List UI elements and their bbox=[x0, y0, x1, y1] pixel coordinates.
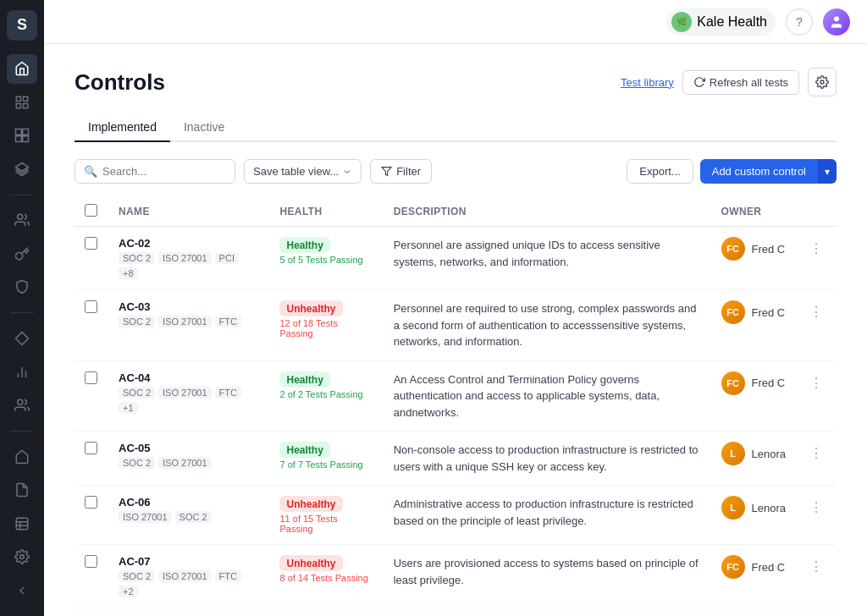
export-button[interactable]: Export... bbox=[627, 159, 693, 184]
svg-rect-4 bbox=[16, 129, 22, 135]
sidebar-item-people[interactable] bbox=[7, 390, 37, 421]
row-checkbox[interactable] bbox=[85, 555, 97, 568]
control-id: AC-05 bbox=[119, 442, 259, 454]
description-text: Non-console access to production infrast… bbox=[394, 442, 701, 475]
row-menu-button[interactable]: ⋮ bbox=[806, 371, 826, 394]
sidebar-collapse-btn[interactable] bbox=[7, 575, 37, 606]
filter-label: Filter bbox=[396, 165, 421, 178]
sidebar-item-doc[interactable] bbox=[7, 475, 37, 505]
add-control-dropdown-button[interactable]: ▾ bbox=[818, 159, 837, 184]
description-text: Personnel are assigned unique IDs to acc… bbox=[394, 237, 701, 270]
table-row: AC-05 SOC 2ISO 27001 Healthy 7 of 7 Test… bbox=[75, 432, 837, 486]
table-row: AC-03 SOC 2ISO 27001FTC Unhealthy 12 of … bbox=[75, 290, 837, 361]
owner-name: Lenora bbox=[752, 502, 786, 514]
svg-marker-22 bbox=[382, 168, 391, 176]
row-menu-button[interactable]: ⋮ bbox=[806, 237, 826, 260]
org-name: Kale Health bbox=[697, 14, 767, 30]
user-avatar[interactable] bbox=[823, 8, 850, 36]
description-cell: Users are provisioned access to systems … bbox=[384, 545, 711, 608]
description-cell: An Access Control and Termination Policy… bbox=[384, 360, 711, 432]
sidebar-item-users[interactable] bbox=[7, 206, 37, 236]
tab-inactive[interactable]: Inactive bbox=[170, 113, 238, 142]
row-actions-cell: ⋮ bbox=[796, 608, 837, 617]
org-selector[interactable]: 🌿 Kale Health bbox=[666, 8, 776, 36]
row-menu-button[interactable]: ⋮ bbox=[806, 442, 826, 465]
sidebar-item-chart[interactable] bbox=[7, 357, 37, 388]
owner-avatar: FC bbox=[721, 237, 745, 261]
control-tag: ISO 27001 bbox=[158, 252, 212, 264]
row-checkbox[interactable] bbox=[85, 237, 97, 250]
page-header: Controls Test library Refresh all tests bbox=[75, 68, 837, 96]
save-view-button[interactable]: Save table view... bbox=[244, 159, 362, 184]
tab-implemented[interactable]: Implemented bbox=[75, 113, 170, 142]
sidebar-item-reports[interactable] bbox=[7, 87, 37, 118]
control-tag: FTC bbox=[215, 387, 241, 399]
sidebar-item-shield[interactable] bbox=[7, 272, 37, 303]
test-library-button[interactable]: Test library bbox=[621, 76, 674, 89]
control-name-cell: AC-06 ISO 27001SOC 2 bbox=[108, 486, 269, 545]
app-logo[interactable]: S bbox=[7, 10, 37, 41]
save-view-label: Save table view... bbox=[253, 165, 339, 178]
sidebar-item-home2[interactable] bbox=[7, 442, 37, 472]
add-control-button[interactable]: Add custom control bbox=[700, 159, 818, 184]
sidebar-item-layers[interactable] bbox=[7, 154, 37, 184]
row-checkbox[interactable] bbox=[85, 300, 97, 313]
help-button[interactable]: ? bbox=[786, 8, 813, 36]
page-actions: Test library Refresh all tests bbox=[621, 68, 837, 96]
health-badge: Healthy bbox=[279, 442, 329, 458]
select-all-checkbox[interactable] bbox=[85, 204, 97, 217]
control-tag: +8 bbox=[119, 267, 138, 279]
description-cell: Non-console access to production infrast… bbox=[384, 432, 711, 486]
svg-rect-1 bbox=[24, 96, 28, 101]
svg-point-9 bbox=[18, 215, 23, 220]
sidebar-item-grid[interactable] bbox=[7, 121, 37, 151]
control-id: AC-07 bbox=[119, 555, 259, 568]
svg-rect-3 bbox=[24, 103, 28, 107]
row-actions-cell: ⋮ bbox=[796, 432, 837, 486]
sidebar-item-table[interactable] bbox=[7, 509, 37, 539]
health-cell: Healthy 7 of 7 Tests Passing bbox=[269, 432, 383, 486]
row-checkbox[interactable] bbox=[85, 442, 97, 454]
row-menu-button[interactable]: ⋮ bbox=[806, 300, 826, 323]
sidebar-item-diamond[interactable] bbox=[7, 323, 37, 354]
col-actions bbox=[796, 197, 837, 227]
description-cell: Upon termination or when internal person… bbox=[384, 608, 711, 617]
sidebar-item-home[interactable] bbox=[7, 54, 37, 85]
health-cell: Unhealthy 11 of 15 Tests Passing bbox=[269, 486, 383, 545]
health-label: 5 of 5 Tests Passing bbox=[279, 255, 373, 265]
owner-avatar: FC bbox=[721, 555, 745, 579]
control-tag: ISO 27001 bbox=[158, 316, 212, 327]
row-menu-button[interactable]: ⋮ bbox=[806, 496, 826, 519]
row-checkbox[interactable] bbox=[85, 496, 97, 509]
control-tags: SOC 2ISO 27001 bbox=[119, 457, 259, 469]
row-checkbox[interactable] bbox=[85, 371, 97, 384]
health-cell: Unhealthy 8 of 14 Tests Passing bbox=[269, 545, 383, 608]
health-cell: Healthy 5 of 5 Tests Passing bbox=[269, 227, 383, 290]
owner-cell: AA Alex A bbox=[711, 608, 796, 617]
search-container: 🔍 bbox=[75, 159, 235, 184]
refresh-button[interactable]: Refresh all tests bbox=[682, 70, 799, 95]
control-tag: ISO 27001 bbox=[158, 387, 212, 399]
sidebar-divider-2 bbox=[10, 312, 34, 313]
owner-avatar: FC bbox=[721, 300, 745, 324]
settings-button[interactable] bbox=[808, 68, 837, 96]
row-menu-button[interactable]: ⋮ bbox=[806, 555, 826, 578]
svg-point-19 bbox=[20, 555, 25, 559]
row-actions-cell: ⋮ bbox=[796, 545, 837, 608]
sidebar-item-key[interactable] bbox=[7, 239, 37, 269]
owner-cell: L Lenora bbox=[711, 486, 796, 545]
col-health: Health bbox=[269, 197, 383, 227]
sidebar-item-settings[interactable] bbox=[7, 542, 37, 572]
org-icon: 🌿 bbox=[671, 12, 692, 32]
health-cell: Unhealthy 0 of 2 Tests Passing bbox=[269, 608, 383, 617]
control-id: AC-02 bbox=[119, 237, 259, 250]
table-row: AC-08 SOC 2ISO 27001PCI+17 Unhealthy 0 o… bbox=[75, 608, 837, 617]
row-actions-cell: ⋮ bbox=[796, 227, 837, 290]
tabs-container: Implemented Inactive bbox=[75, 113, 837, 142]
search-input[interactable] bbox=[102, 165, 226, 178]
sidebar: S bbox=[0, 0, 44, 616]
owner-cell: FC Fred C bbox=[711, 290, 796, 361]
sidebar-divider-1 bbox=[10, 195, 34, 195]
svg-rect-5 bbox=[23, 129, 29, 135]
filter-button[interactable]: Filter bbox=[370, 159, 432, 184]
